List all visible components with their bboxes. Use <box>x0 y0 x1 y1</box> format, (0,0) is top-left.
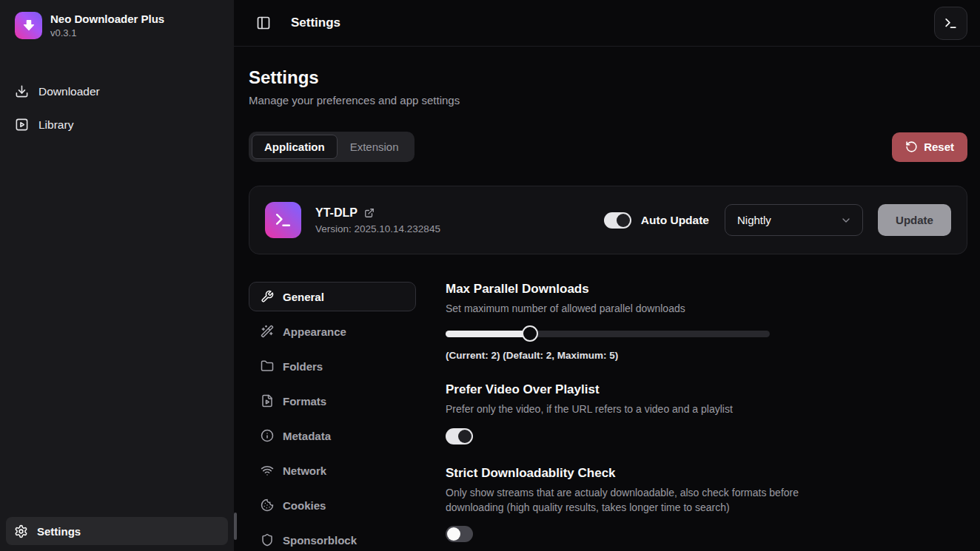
wifi-icon <box>261 464 274 477</box>
file-video-icon <box>261 394 274 408</box>
wand-icon <box>261 325 274 338</box>
settings-nav-general[interactable]: General <box>249 282 416 311</box>
settings-nav-network[interactable]: Network <box>249 456 416 485</box>
sidebar-item-label: Library <box>38 118 73 132</box>
app-name: Neo Downloader Plus <box>50 13 164 27</box>
reset-button-label: Reset <box>924 141 954 153</box>
setting-title: Max Parallel Downloads <box>446 282 827 297</box>
toggle-knob <box>458 430 471 443</box>
slider-meta-text: (Current: 2) (Default: 2, Maximum: 5) <box>446 350 827 361</box>
setting-description: Set maximum number of allowed parallel d… <box>446 301 827 316</box>
download-icon <box>15 84 29 98</box>
max-parallel-slider[interactable] <box>446 325 770 342</box>
toolbar-row: Application Extension Reset <box>249 132 967 162</box>
settings-nav-label: Metadata <box>283 430 331 442</box>
setting-description: Prefer only the video, if the URL refers… <box>446 402 827 416</box>
sidebar-spacer <box>0 141 234 511</box>
update-channel-value: Nightly <box>737 214 771 226</box>
settings-content: Max Parallel Downloads Set maximum numbe… <box>446 282 827 551</box>
app-version: v0.3.1 <box>50 27 164 38</box>
settings-nav-sponsorblock[interactable]: Sponsorblock <box>249 525 416 551</box>
toggle-knob <box>447 527 460 541</box>
ytdlp-card: YT-DLP Version: 2025.10.14.232845 Auto U… <box>249 186 967 254</box>
terminal-icon <box>274 211 292 229</box>
update-channel-select[interactable]: Nightly <box>725 204 863 236</box>
settings-nav-label: Appearance <box>283 325 346 338</box>
shield-icon <box>261 533 274 547</box>
settings-nav-appearance[interactable]: Appearance <box>249 317 416 346</box>
chevron-down-icon <box>840 214 852 226</box>
settings-nav-formats[interactable]: Formats <box>249 386 416 416</box>
app-header: Neo Downloader Plus v0.3.1 <box>0 0 234 50</box>
tab-extension[interactable]: Extension <box>338 135 412 159</box>
update-button[interactable]: Update <box>878 204 951 236</box>
settings-tabs: Application Extension <box>249 132 415 162</box>
sidebar-item-label: Downloader <box>38 85 100 98</box>
page-subtitle: Manage your preferences and app settings <box>249 94 967 107</box>
sidebar-scrollbar-thumb[interactable] <box>234 513 237 540</box>
settings-nav-metadata[interactable]: Metadata <box>249 421 416 450</box>
terminal-button[interactable] <box>934 7 967 40</box>
settings-nav-label: Cookies <box>283 499 326 512</box>
ytdlp-version: Version: 2025.10.14.232845 <box>315 223 440 234</box>
info-icon <box>261 429 274 442</box>
settings-nav-label: Folders <box>283 360 323 373</box>
main-area: Settings Settings Manage your preference… <box>234 0 980 551</box>
external-link-icon[interactable] <box>364 208 375 218</box>
page-title: Settings <box>249 67 967 88</box>
sidebar: Neo Downloader Plus v0.3.1 Downloader Li… <box>0 0 234 551</box>
topbar-title: Settings <box>291 16 340 30</box>
settings-nav-label: Network <box>283 464 326 477</box>
settings-section-nav: General Appearance Folders Formats Metad… <box>249 282 416 551</box>
settings-nav-label: Formats <box>283 395 326 408</box>
settings-nav-folders[interactable]: Folders <box>249 351 416 381</box>
toggle-knob <box>617 214 630 227</box>
settings-nav-label: General <box>283 291 324 303</box>
sidebar-item-library[interactable]: Library <box>0 108 234 141</box>
strict-check-toggle[interactable] <box>446 526 473 542</box>
settings-layout: General Appearance Folders Formats Metad… <box>249 282 967 551</box>
settings-nav-cookies[interactable]: Cookies <box>249 490 416 520</box>
gear-icon <box>14 524 28 538</box>
setting-description: Only show streams that are actualy downl… <box>446 485 827 515</box>
rotate-ccw-icon <box>905 141 918 153</box>
terminal-icon <box>944 16 958 30</box>
folder-icon <box>261 359 274 373</box>
sidebar-toggle-button[interactable] <box>256 16 271 30</box>
cookie-icon <box>261 498 274 512</box>
app-logo <box>15 12 42 39</box>
ytdlp-logo <box>265 202 301 238</box>
tab-application[interactable]: Application <box>252 135 338 159</box>
slider-fill <box>446 331 530 337</box>
auto-update-label: Auto Update <box>641 214 709 227</box>
download-arrow-icon <box>21 18 37 34</box>
sidebar-item-settings[interactable]: Settings <box>6 517 228 545</box>
setting-title: Strict Downloadablity Check <box>446 466 827 481</box>
settings-nav-label: Sponsorblock <box>283 534 357 547</box>
topbar: Settings <box>234 0 980 47</box>
library-icon <box>15 118 29 132</box>
panel-left-icon <box>256 16 271 30</box>
setting-strict-check: Strict Downloadablity Check Only show st… <box>446 466 827 543</box>
sidebar-settings-label: Settings <box>37 525 81 538</box>
slider-thumb[interactable] <box>522 325 538 342</box>
reset-button[interactable]: Reset <box>892 132 967 162</box>
sidebar-nav: Downloader Library <box>0 50 234 141</box>
setting-title: Prefer Video Over Playlist <box>446 382 827 397</box>
setting-prefer-video: Prefer Video Over Playlist Prefer only t… <box>446 382 827 444</box>
ytdlp-title: YT-DLP <box>315 206 358 220</box>
setting-max-parallel-downloads: Max Parallel Downloads Set maximum numbe… <box>446 282 827 361</box>
sidebar-item-downloader[interactable]: Downloader <box>0 75 234 108</box>
prefer-video-toggle[interactable] <box>446 428 473 444</box>
auto-update-toggle[interactable] <box>604 212 631 229</box>
settings-page: Settings Manage your preferences and app… <box>234 47 980 551</box>
wrench-icon <box>261 290 274 303</box>
